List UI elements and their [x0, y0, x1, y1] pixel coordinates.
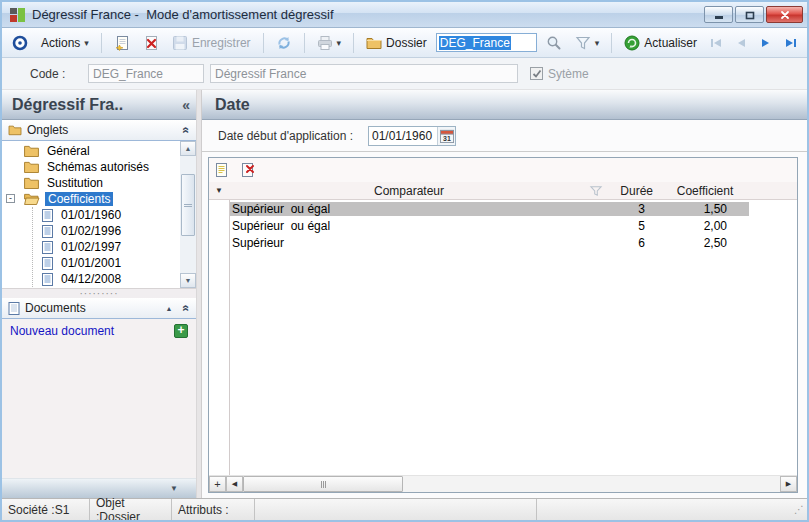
folder-icon	[24, 145, 39, 157]
scroll-down-button[interactable]: ▼	[180, 273, 196, 288]
first-record-button[interactable]	[706, 35, 726, 51]
cell-comparateur[interactable]: Supérieur ou égal	[229, 219, 589, 233]
hscroll-left-button[interactable]: ◀	[226, 476, 243, 492]
grid-new-row-icon[interactable]	[214, 162, 230, 178]
previous-record-icon	[735, 37, 747, 49]
collapse-panel-icon[interactable]: «	[180, 127, 194, 134]
tree-item-label: Coefficients	[45, 192, 113, 206]
grid-horizontal-scrollbar[interactable]: + ◀ ▶	[209, 475, 797, 492]
grid-toolbar	[209, 158, 797, 182]
panel-splitter[interactable]: ·········	[2, 289, 196, 298]
folder-icon	[24, 177, 39, 189]
actualiser-label: Actualiser	[644, 36, 697, 50]
system-checkbox[interactable]	[530, 67, 543, 80]
tree-item-date-1997[interactable]: 01/02/1997	[2, 239, 180, 255]
status-societe: Société :S1	[2, 499, 90, 520]
tree-item-label: Sustitution	[44, 176, 106, 190]
cell-duree[interactable]: 5	[589, 219, 661, 233]
hscroll-right-button[interactable]: ▶	[780, 476, 797, 492]
folder-icon	[8, 124, 22, 136]
delete-record-button[interactable]	[139, 33, 163, 53]
tree-item-label: 04/12/2008	[58, 272, 124, 286]
minimize-button[interactable]	[704, 6, 733, 23]
cell-duree[interactable]: 6	[589, 236, 661, 250]
add-document-button[interactable]: +	[174, 324, 188, 338]
sidebar-header: Dégressif Fra.. «	[2, 90, 196, 120]
column-header-comparateur[interactable]: Comparateur	[229, 184, 589, 198]
documents-panel-header[interactable]: Documents ▲ «	[2, 298, 196, 319]
tree-item-date-1996[interactable]: 01/02/1996	[2, 223, 180, 239]
restore-button[interactable]	[735, 6, 764, 23]
new-document-link[interactable]: Nouveau document	[10, 324, 174, 338]
table-row[interactable]: Supérieur ou égal 3 1,50	[209, 200, 797, 217]
tree-item-general[interactable]: Général	[2, 143, 180, 159]
section-title: Date	[215, 96, 801, 114]
tree-scrollbar[interactable]: ▲ ▼	[180, 141, 196, 288]
status-objet: Objet :Dossier	[90, 499, 172, 520]
date-input[interactable]: 01/01/1960 31	[368, 126, 456, 146]
tree-item-date-2001[interactable]: 01/01/2001	[2, 255, 180, 271]
cell-coefficient[interactable]: 2,00	[661, 219, 749, 233]
scroll-up-button[interactable]: ▲	[180, 141, 196, 156]
scroll-thumb[interactable]	[181, 174, 195, 236]
column-header-coefficient[interactable]: Coefficient	[661, 184, 749, 198]
toolbar-separator	[101, 33, 102, 53]
tree-item-coefficients[interactable]: - Coefficients	[2, 191, 180, 207]
actualiser-button[interactable]: Actualiser	[620, 33, 701, 53]
record-button[interactable]	[8, 33, 32, 53]
tree-item-sustitution[interactable]: Sustitution	[2, 175, 180, 191]
search-icon	[546, 35, 562, 51]
date-value: 01/01/1960	[369, 129, 437, 143]
filter-button[interactable]: ▾	[571, 33, 604, 53]
collapse-panel-icon[interactable]: «	[180, 305, 194, 312]
dossier-button[interactable]: Dossier	[362, 33, 431, 53]
code-field[interactable]: DEG_France	[88, 64, 204, 83]
table-row[interactable]: Supérieur 6 2,50	[209, 234, 797, 251]
status-bar: Société :S1 Objet :Dossier Attributs : ⋰	[2, 498, 807, 520]
delete-record-icon	[143, 35, 159, 51]
last-record-button[interactable]	[781, 35, 801, 51]
document-icon	[42, 273, 53, 286]
tree-collapse-icon[interactable]: -	[6, 194, 15, 203]
panel-up-icon[interactable]: ▲	[165, 305, 172, 312]
grid-add-button[interactable]: +	[209, 476, 226, 492]
hscroll-thumb[interactable]	[243, 476, 403, 492]
tree-item-date-2008[interactable]: 04/12/2008	[2, 271, 180, 287]
next-record-icon	[760, 37, 772, 49]
close-button[interactable]	[766, 6, 803, 23]
tree-item-date-1960[interactable]: 01/01/1960	[2, 207, 180, 223]
refresh-button[interactable]	[272, 33, 296, 53]
document-icon	[8, 302, 20, 315]
new-record-icon	[114, 35, 130, 51]
cell-duree[interactable]: 3	[589, 202, 661, 216]
name-field[interactable]: Dégressif France	[210, 64, 518, 83]
minimize-icon	[713, 9, 725, 21]
search-button[interactable]	[542, 33, 566, 53]
cell-comparateur[interactable]: Supérieur ou égal	[229, 202, 589, 216]
column-header-duree[interactable]: Durée	[589, 184, 661, 198]
calendar-button[interactable]: 31	[437, 127, 455, 145]
next-record-button[interactable]	[756, 35, 776, 51]
cell-coefficient[interactable]: 1,50	[661, 202, 749, 216]
table-row[interactable]: Supérieur ou égal 5 2,00	[209, 217, 797, 234]
cell-coefficient[interactable]: 2,50	[661, 236, 749, 250]
toolbar-separator	[304, 33, 305, 53]
onglets-panel-header[interactable]: Onglets «	[2, 120, 196, 141]
previous-record-button[interactable]	[731, 35, 751, 51]
grid-delete-row-icon[interactable]	[240, 162, 256, 178]
collapse-sidebar-icon[interactable]: «	[182, 97, 190, 113]
new-record-button[interactable]	[110, 33, 134, 53]
first-record-icon	[710, 37, 722, 49]
tree-item-schemas-autorises[interactable]: Schémas autorisés	[2, 159, 180, 175]
tree-item-label: 01/02/1997	[58, 240, 124, 254]
hscroll-track[interactable]	[403, 476, 780, 492]
tree-item-label: 01/01/2001	[58, 256, 124, 270]
save-button[interactable]: Enregistrer	[168, 33, 255, 53]
grid-selector-header[interactable]: ▼	[209, 186, 229, 195]
resize-grip-icon[interactable]: ⋰	[794, 504, 804, 515]
actions-menu-button[interactable]: Actions ▾	[37, 34, 93, 52]
print-button[interactable]: ▾	[313, 33, 346, 53]
cell-comparateur[interactable]: Supérieur	[229, 236, 589, 250]
record-search-input[interactable]: DEG_France	[436, 33, 537, 52]
actions-dropdown-icon: ▾	[84, 38, 89, 48]
